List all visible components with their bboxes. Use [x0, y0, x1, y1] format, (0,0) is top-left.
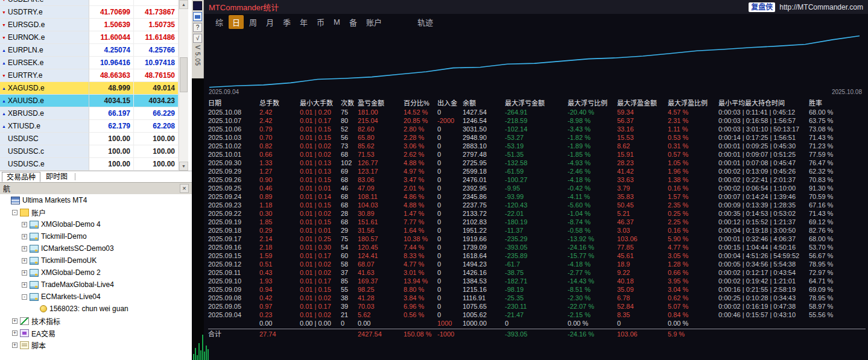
market-watch-row[interactable]: ▲XTIUSD.e62.17962.208	[0, 120, 179, 133]
tree-item[interactable]: -ECMarkets-Live04	[0, 291, 192, 303]
brand-badge[interactable]: 复盘侠	[749, 2, 775, 12]
tree-item[interactable]: +技术指标	[0, 315, 192, 327]
stats-row[interactable]: 0.000.00 | 0.0000.0010001000.0000.00 %00…	[208, 319, 866, 327]
stats-cell: 0.01 | 0.02	[300, 209, 341, 218]
tree-expander[interactable]: +	[22, 258, 27, 264]
market-watch-row[interactable]: USDUSC.e100.00100.00	[0, 158, 179, 171]
market-watch-row[interactable]: USDUSC100.00100.00	[0, 133, 179, 145]
close-icon[interactable]: ×	[180, 184, 189, 193]
tab-tick-chart[interactable]: 即时图	[42, 172, 72, 182]
stats-row[interactable]: 2025.09.120.510.01 | 0.025868.074.77 %01…	[208, 260, 866, 268]
stats-cell: 0.57 %	[668, 150, 718, 159]
stats-cell: 53.70 %	[809, 243, 857, 251]
scrollbar-down-icon[interactable]: ▼	[179, 162, 188, 171]
tree-expander[interactable]: +	[12, 330, 17, 336]
tree-item[interactable]: 1568023: chun wei guan	[0, 303, 192, 315]
stats-cell: 65.80	[358, 133, 404, 142]
market-watch-row[interactable]: ▼EURTRY.e48.6636348.76150	[0, 69, 179, 82]
menu-item[interactable]: 币	[313, 15, 328, 29]
trend-up-icon: ▲	[1, 86, 7, 90]
tree-expander[interactable]: +	[22, 234, 27, 239]
stats-cell: 33.63	[617, 175, 668, 184]
menu-item[interactable]: 月	[262, 15, 277, 29]
market-watch-row[interactable]: ▲EURPLN.e4.250744.25766	[0, 44, 179, 57]
stats-row[interactable]: 2025.09.231.180.01 | 0.1568104.034.88 %0…	[208, 201, 866, 209]
tab-symbols[interactable]: 交易品种	[2, 172, 40, 182]
commander-app-icon[interactable]	[193, 1, 202, 10]
stats-row[interactable]: 2025.10.082.420.01 | 0.2075181.0014.52 %…	[208, 108, 866, 116]
stats-row[interactable]: 2025.10.072.420.01 | 0.1780215.0420.85 %…	[208, 116, 866, 125]
stats-row[interactable]: 2025.09.050.970.01 | 0.173970.036.96 %01…	[208, 302, 866, 311]
menu-item[interactable]: 周	[246, 15, 261, 29]
tree-item[interactable]: +TradeMaxGlobal-Live4	[0, 279, 192, 291]
stats-row[interactable]: 2025.09.151.590.01 | 0.1760124.418.33 %0…	[208, 251, 866, 260]
help-icon[interactable]: ?	[193, 23, 202, 32]
market-watch-row[interactable]: ▲XAGUSD.e48.99949.014	[0, 82, 179, 95]
scrollbar-thumb[interactable]	[180, 57, 188, 92]
market-watch-row[interactable]: ▲XAUUSD.e4034.154034.23	[0, 95, 179, 107]
tree-item[interactable]: +脚本	[0, 339, 192, 351]
stats-row[interactable]: 2025.09.191.850.01 | 0.1568151.617.77 %0…	[208, 218, 866, 226]
menu-item[interactable]: 日	[229, 15, 244, 29]
tree-expander[interactable]: +	[22, 222, 27, 227]
market-watch-row[interactable]: ▼USDTRY.e41.7069941.73867	[0, 6, 179, 19]
stats-row[interactable]: 2025.09.260.900.01 | 0.156883.063.47 %02…	[208, 175, 866, 184]
stats-cell: 2025.09.08	[208, 294, 259, 302]
tree-item[interactable]: +Tickmill-DemoUK	[0, 254, 192, 267]
stats-row[interactable]: 2025.09.301.330.01 | 0.13102126.774.88 %…	[208, 159, 866, 167]
stats-row[interactable]: 2025.09.040.230.01 | 0.02215.620.56 %010…	[208, 311, 866, 319]
menu-item[interactable]: 备	[346, 15, 361, 29]
menu-item[interactable]: 年	[296, 15, 311, 29]
stats-row[interactable]: 2025.09.240.890.01 | 0.1468108.114.86 %0…	[208, 192, 866, 201]
tree-expander[interactable]: +	[22, 282, 27, 288]
market-watch-row[interactable]: ▼EURNOK.e11.6004411.61486	[0, 31, 179, 44]
website-link[interactable]: http://MTCommander.com	[779, 3, 863, 11]
stats-row[interactable]: 2025.09.291.270.01 | 0.1369123.174.97 %0…	[208, 167, 866, 175]
tree-expander[interactable]: +	[22, 246, 27, 251]
menu-item[interactable]: M	[330, 16, 344, 28]
check-icon[interactable]: √	[193, 34, 202, 43]
scrollbar-up-icon[interactable]: ▲	[179, 0, 188, 9]
stats-row[interactable]: 2025.09.172.140.01 | 0.2575180.5710.38 %…	[208, 235, 866, 243]
stats-cell: 0.01 | 0.17	[300, 116, 341, 125]
tree-expander[interactable]: -	[12, 210, 17, 215]
menu-item[interactable]: 季	[279, 15, 294, 29]
stats-row[interactable]: 2025.09.080.420.01 | 0.023841.283.84 %01…	[208, 294, 866, 302]
market-watch-row[interactable]: ▼USDZAR.e	[0, 0, 179, 6]
tree-item[interactable]: +EA交易	[0, 327, 192, 339]
stats-cell: 28.23	[617, 159, 668, 167]
bid-cell: 41.70699	[89, 6, 134, 19]
menu-item[interactable]: 综	[212, 15, 227, 29]
tree-expander[interactable]: +	[12, 318, 17, 324]
tree-expander[interactable]: -	[22, 294, 27, 300]
stats-row[interactable]: 2025.09.220.300.01 | 0.022830.891.47 %02…	[208, 209, 866, 218]
tree-item[interactable]: -账户	[0, 206, 192, 218]
tree-item[interactable]: +Tickmill-Demo	[0, 230, 192, 242]
tree-item[interactable]: Ultima Markets MT4	[0, 194, 192, 206]
market-watch-row[interactable]: ▼EURSGD.e1.506391.50735	[0, 19, 179, 31]
tree-expander[interactable]: +	[22, 270, 27, 276]
stats-row[interactable]: 2025.10.020.820.01 | 0.027385.623.06 %02…	[208, 142, 866, 150]
market-watch-row[interactable]: USDUSC.c100.00100.00	[0, 145, 179, 158]
menu-item-trail[interactable]: 轨迹	[414, 15, 437, 29]
stats-row[interactable]: 2025.10.010.660.01 | 0.026871.532.62 %02…	[208, 150, 866, 159]
stats-row[interactable]: 2025.09.162.180.01 | 0.3054120.457.44 %0…	[208, 243, 866, 251]
tree-item[interactable]: +XMGlobal-Demo 4	[0, 218, 192, 230]
stats-cell: -4.93 %	[568, 159, 617, 167]
tree-item[interactable]: +ICMarketsSC-Demo03	[0, 242, 192, 254]
market-watch-row[interactable]: ▲XBRUSD.e66.19766.229	[0, 107, 179, 120]
stats-row[interactable]: 2025.10.060.790.01 | 0.155282.602.80 %03…	[208, 125, 866, 133]
market-watch-scrollbar[interactable]: ▲ ▼	[179, 0, 188, 171]
stats-row[interactable]: 2025.09.180.290.01 | 0.012931.561.64 %01…	[208, 226, 866, 235]
stats-cell: 56.37	[617, 116, 668, 125]
stats-row[interactable]: 2025.09.250.460.01 | 0.014647.092.01 %02…	[208, 184, 866, 192]
stats-row[interactable]: 2025.10.030.700.01 | 0.155665.802.28 %02…	[208, 133, 866, 142]
menu-item[interactable]: 账户	[363, 15, 385, 29]
stats-row[interactable]: 2025.09.110.430.01 | 0.023741.633.01 %01…	[208, 268, 866, 277]
market-watch-row[interactable]: ▲EURSEK.e10.9641610.97418	[0, 57, 179, 69]
screenshot-icon[interactable]	[193, 12, 202, 21]
stats-row[interactable]: 2025.09.101.930.01 | 0.1785169.3713.94 %…	[208, 277, 866, 285]
tree-expander[interactable]: +	[12, 343, 17, 348]
tree-item[interactable]: +XMGlobal-Demo 2	[0, 267, 192, 279]
stats-row[interactable]: 2025.09.090.940.01 | 0.155598.258.80 %01…	[208, 285, 866, 294]
